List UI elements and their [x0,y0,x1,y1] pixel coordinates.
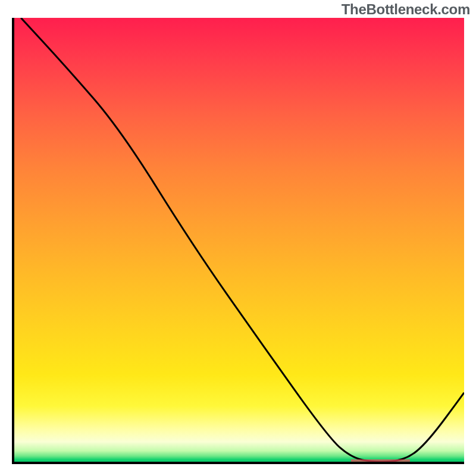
plot-area [12,18,464,464]
optimum-marker [351,459,410,462]
heat-gradient-background [12,18,464,464]
chart-container: TheBottleneck.com [0,0,476,476]
watermark-text: TheBottleneck.com [342,1,470,18]
